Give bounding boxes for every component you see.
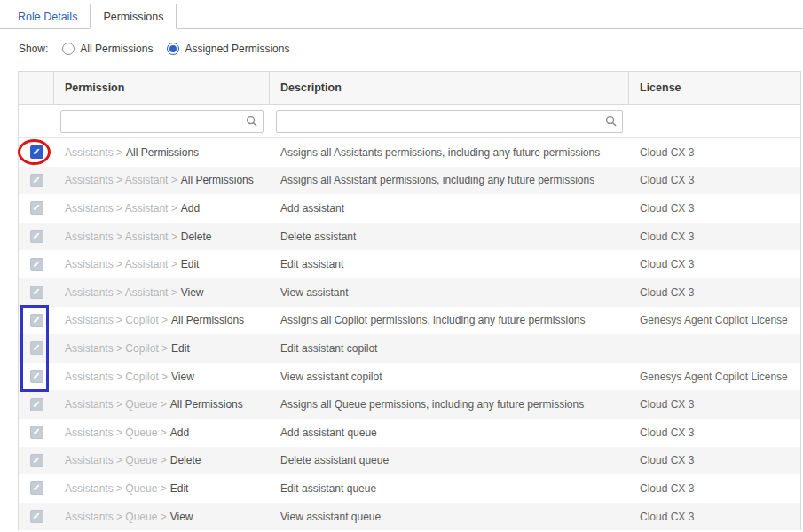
radio-all-permissions-label: All Permissions [80, 43, 153, 55]
check-icon: ✓ [32, 231, 40, 241]
show-label: Show: [19, 43, 48, 55]
tab-role-details[interactable]: Role Details [5, 4, 90, 28]
check-icon: ✓ [32, 483, 40, 493]
check-icon: ✓ [32, 287, 40, 297]
permission-description: View assistant [270, 278, 629, 307]
row-checkbox[interactable]: ✓ [30, 258, 43, 271]
permission-description: Edit assistant copilot [270, 334, 629, 363]
permission-description: Add assistant queue [270, 419, 629, 447]
permission-description: Add assistant [270, 194, 629, 223]
table-row: ✓ Assistants > Assistant > Edit Edit ass… [19, 250, 800, 278]
permission-license: Cloud CX 3 [629, 138, 800, 167]
description-filter [276, 110, 623, 133]
permission-filter-input[interactable] [60, 110, 264, 133]
permission-filter [60, 110, 264, 133]
column-header-description: Description [270, 72, 629, 104]
permission-path: Assistants > Assistant > [65, 231, 177, 243]
check-icon: ✓ [32, 427, 40, 437]
permission-name: Delete [181, 231, 212, 243]
radio-selected-icon[interactable] [167, 43, 179, 55]
search-icon [246, 115, 257, 127]
check-icon: ✓ [32, 203, 40, 213]
permission-path: Assistants > Queue > [65, 398, 167, 411]
permission-license: Cloud CX 3 [629, 503, 800, 531]
row-checkbox[interactable]: ✓ [30, 341, 43, 355]
permission-license: Cloud CX 3 [629, 194, 800, 223]
permission-license: Cloud CX 3 [629, 419, 800, 447]
role-permissions-page: Role Details Permissions Show: All Permi… [0, 0, 803, 532]
check-icon: ✓ [32, 512, 40, 521]
table-row: ✓ Assistants > Copilot > Edit Edit assis… [19, 334, 800, 363]
table-row: ✓ Assistants > Queue > View View assista… [19, 503, 800, 531]
check-icon: ✓ [32, 400, 40, 410]
row-checkbox[interactable]: ✓ [30, 314, 43, 327]
table-row: ✓ Assistants > Queue > Delete Delete ass… [19, 447, 800, 475]
permission-name: All Permissions [171, 314, 244, 326]
row-checkbox[interactable]: ✓ [30, 454, 43, 467]
permission-path: Assistants > Queue > [65, 482, 167, 495]
row-checkbox[interactable]: ✓ [30, 286, 43, 299]
permission-license: Cloud CX 3 [629, 474, 800, 503]
permission-name: View [171, 371, 194, 383]
table-row: ✓ Assistants > Queue > Edit Edit assista… [19, 474, 800, 503]
row-checkbox[interactable]: ✓ [30, 174, 43, 187]
column-header-permission: Permission [54, 72, 270, 104]
tab-permissions[interactable]: Permissions [90, 4, 177, 29]
permission-description: Assigns all Queue permissions, including… [270, 390, 629, 419]
radio-assigned-permissions[interactable]: Assigned Permissions [167, 43, 289, 55]
permission-description: View assistant copilot [270, 363, 629, 391]
permission-license: Cloud CX 3 [629, 390, 800, 419]
permission-name: Add [181, 202, 200, 215]
permission-license: Cloud CX 3 [629, 167, 800, 195]
permission-path: Assistants > Assistant > [65, 202, 177, 215]
permission-description: Delete assistant [270, 223, 629, 251]
check-icon: ✓ [32, 176, 40, 185]
radio-assigned-permissions-label: Assigned Permissions [185, 43, 289, 55]
description-filter-input[interactable] [276, 110, 623, 133]
permission-license: Cloud CX 3 [629, 223, 800, 251]
row-checkbox[interactable]: ✓ [30, 201, 43, 215]
radio-all-permissions[interactable]: All Permissions [62, 43, 153, 55]
permission-path: Assistants > Assistant > [65, 174, 177, 186]
permission-path: Assistants > Copilot > [65, 314, 168, 326]
checkbox-column-header [19, 72, 54, 104]
table-row: ✓ Assistants > Queue > Add Add assistant… [19, 419, 800, 447]
row-checkbox[interactable]: ✓ [30, 145, 43, 159]
permission-name: Delete [170, 454, 201, 466]
permission-name: All Permissions [170, 398, 243, 411]
permission-name: All Permissions [181, 174, 254, 186]
table-row: ✓ Assistants > Assistant > Delete Delete… [19, 223, 800, 251]
radio-unselected-icon[interactable] [62, 43, 75, 55]
permission-path: Assistants > Copilot > [65, 371, 168, 383]
row-checkbox[interactable]: ✓ [30, 370, 43, 383]
row-checkbox[interactable]: ✓ [30, 481, 43, 495]
permission-description: Edit assistant [270, 250, 629, 278]
table-row: ✓ Assistants > Assistant > All Permissio… [19, 167, 800, 195]
permissions-table: Permission Description License [18, 71, 801, 530]
permission-name: Edit [170, 482, 189, 495]
show-filter-row: Show: All Permissions Assigned Permissio… [19, 43, 289, 55]
filter-cell-empty [19, 105, 54, 137]
permission-description: Assigns all Assistant permissions, inclu… [270, 167, 629, 195]
permission-name: Edit [181, 258, 200, 270]
permission-name: View [181, 286, 204, 299]
row-checkbox[interactable]: ✓ [30, 398, 43, 411]
permission-path: Assistants > Copilot > [65, 342, 168, 355]
permission-license [629, 334, 800, 363]
permission-path: Assistants > Assistant > [65, 258, 177, 270]
permission-path: Assistants > Queue > [65, 454, 167, 466]
permission-description: Assigns all Assistants permissions, incl… [270, 138, 629, 167]
check-icon: ✓ [32, 456, 40, 466]
row-checkbox[interactable]: ✓ [30, 426, 43, 439]
table-filter-row [19, 105, 800, 138]
permission-license: Cloud CX 3 [629, 250, 800, 278]
table-header-row: Permission Description License [19, 71, 800, 105]
row-checkbox[interactable]: ✓ [30, 510, 43, 523]
check-icon: ✓ [32, 372, 40, 381]
permission-license: Genesys Agent Copilot License [629, 307, 800, 335]
permissions-table-body: ✓ Assistants > All Permissions Assigns a… [19, 138, 800, 530]
permission-name: All Permissions [126, 146, 199, 159]
permission-path: Assistants > Queue > [65, 511, 167, 523]
row-checkbox[interactable]: ✓ [30, 230, 43, 243]
permission-path: Assistants > [65, 146, 122, 159]
